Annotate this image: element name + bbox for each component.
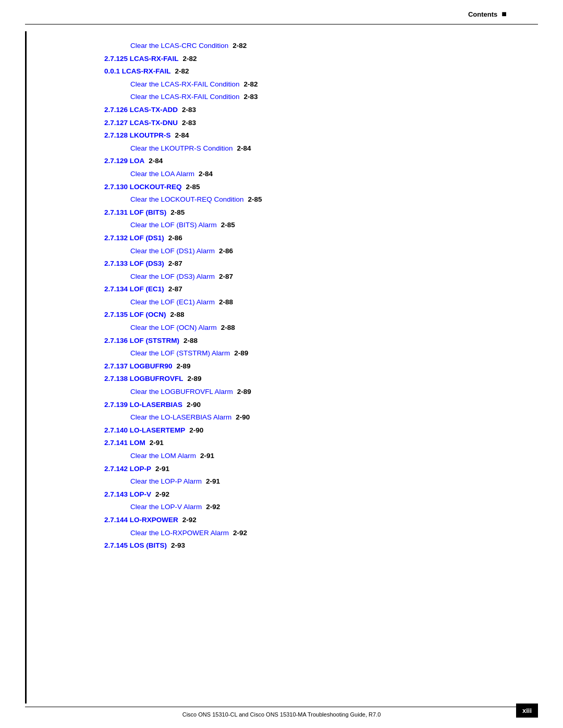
toc-page-number: 2-82 [244, 79, 258, 90]
toc-page-number: 2-89 [237, 386, 251, 398]
list-item: 2.7.136 LOF (STSTRM)2-88 [104, 335, 521, 347]
toc-page-number: 2-90 [189, 425, 203, 436]
toc-page-number: 2-90 [187, 399, 201, 411]
toc-link[interactable]: 2.7.125 LCAS-RX-FAIL [104, 53, 179, 65]
toc-link[interactable]: 2.7.144 LO-RXPOWER [104, 514, 178, 526]
toc-page-number: 2-89 [177, 361, 191, 372]
toc-link[interactable]: Clear the LOF (DS1) Alarm [130, 245, 215, 257]
list-item: 2.7.143 LOP-V2-92 [104, 489, 521, 500]
toc-page-number: 2-91 [155, 463, 169, 475]
toc-link[interactable]: Clear the LCAS-RX-FAIL Condition [130, 79, 240, 90]
list-item: Clear the LCAS-RX-FAIL Condition2-82 [104, 79, 521, 90]
toc-link[interactable]: Clear the LOM Alarm [130, 450, 196, 462]
toc-page-number: 2-82 [183, 53, 197, 65]
toc-page-number: 2-88 [183, 335, 198, 347]
list-item: 2.7.138 LOGBUFROVFL2-89 [104, 373, 521, 385]
toc-page-number: 2-93 [171, 540, 185, 551]
toc-page-number: 2-85 [248, 194, 262, 205]
toc-page-number: 2-84 [175, 130, 189, 141]
toc-link[interactable]: Clear the LOF (STSTRM) Alarm [130, 348, 230, 359]
footer-text: Cisco ONS 15310-CL and Cisco ONS 15310-M… [182, 711, 381, 718]
list-item: 2.7.137 LOGBUFR902-89 [104, 361, 521, 372]
toc-link[interactable]: Clear the LOCKOUT-REQ Condition [130, 194, 244, 205]
toc-page-number: 2-88 [219, 297, 233, 308]
toc-link[interactable]: 2.7.128 LKOUTPR-S [104, 130, 171, 141]
list-item: 2.7.131 LOF (BITS)2-85 [104, 207, 521, 218]
list-item: 2.7.141 LOM2-91 [104, 437, 521, 449]
toc-link[interactable]: 2.7.132 LOF (DS1) [104, 232, 164, 244]
list-item: Clear the LOA Alarm2-84 [104, 168, 521, 180]
toc-link[interactable]: Clear the LOGBUFROVFL Alarm [130, 386, 233, 398]
toc-link[interactable]: Clear the LO-LASERBIAS Alarm [130, 412, 231, 423]
list-item: 2.7.130 LOCKOUT-REQ2-85 [104, 181, 521, 193]
toc-page-number: 2-85 [221, 219, 235, 231]
toc-link[interactable]: 2.7.129 LOA [104, 155, 144, 167]
list-item: 2.7.133 LOF (DS3)2-87 [104, 258, 521, 269]
toc-page-number: 2-83 [182, 104, 196, 116]
page-number-box: xiii [516, 704, 538, 718]
toc-page-number: 2-91 [150, 437, 164, 449]
toc-link[interactable]: Clear the LCAS-CRC Condition [130, 40, 228, 52]
toc-link[interactable]: 2.7.140 LO-LASERTEMP [104, 425, 185, 436]
toc-link[interactable]: Clear the LOF (DS3) Alarm [130, 271, 215, 282]
toc-link[interactable]: Clear the LOF (BITS) Alarm [130, 219, 217, 231]
toc-page-number: 2-86 [219, 245, 233, 257]
toc-link[interactable]: 2.7.139 LO-LASERBIAS [104, 399, 182, 411]
toc-link[interactable]: Clear the LOP-V Alarm [130, 501, 202, 513]
list-item: 2.7.128 LKOUTPR-S2-84 [104, 130, 521, 141]
toc-page-number: 2-86 [168, 232, 182, 244]
list-item: Clear the LOF (BITS) Alarm2-85 [104, 219, 521, 231]
list-item: Clear the LOF (EC1) Alarm2-88 [104, 297, 521, 308]
list-item: Clear the LO-RXPOWER Alarm2-92 [104, 527, 521, 539]
toc-page-number: 2-87 [168, 258, 182, 269]
toc-page-number: 2-83 [182, 117, 196, 129]
list-item: 2.7.127 LCAS-TX-DNU2-83 [104, 117, 521, 129]
list-item: 2.7.135 LOF (OCN)2-88 [104, 309, 521, 320]
toc-page-number: 2-90 [236, 412, 250, 423]
toc-link[interactable]: Clear the LO-RXPOWER Alarm [130, 527, 229, 539]
toc-link[interactable]: 2.7.135 LOF (OCN) [104, 309, 166, 320]
list-item: Clear the LOF (DS1) Alarm2-86 [104, 245, 521, 257]
list-item: 2.7.145 LOS (BITS)2-93 [104, 540, 521, 551]
toc-link[interactable]: 2.7.134 LOF (EC1) [104, 283, 164, 295]
list-item: 2.7.144 LO-RXPOWER2-92 [104, 514, 521, 526]
toc-link[interactable]: 2.7.143 LOP-V [104, 489, 151, 500]
list-item: 2.7.129 LOA2-84 [104, 155, 521, 167]
list-item: 0.0.1 LCAS-RX-FAIL2-82 [104, 66, 521, 77]
toc-link[interactable]: Clear the LOF (OCN) Alarm [130, 322, 217, 334]
toc-link[interactable]: 2.7.138 LOGBUFROVFL [104, 373, 183, 385]
toc-link[interactable]: 0.0.1 LCAS-RX-FAIL [104, 66, 171, 77]
toc-page-number: 2-92 [233, 527, 247, 539]
toc-link[interactable]: 2.7.126 LCAS-TX-ADD [104, 104, 178, 116]
list-item: 2.7.125 LCAS-RX-FAIL2-82 [104, 53, 521, 65]
toc-link[interactable]: 2.7.127 LCAS-TX-DNU [104, 117, 178, 129]
toc-page-number: 2-88 [221, 322, 235, 334]
toc-link[interactable]: 2.7.133 LOF (DS3) [104, 258, 164, 269]
toc-link[interactable]: 2.7.131 LOF (BITS) [104, 207, 166, 218]
toc-link[interactable]: Clear the LCAS-RX-FAIL Condition [130, 91, 240, 103]
toc-link[interactable]: 2.7.145 LOS (BITS) [104, 540, 167, 551]
toc-page-number: 2-92 [182, 514, 197, 526]
list-item: 2.7.142 LOP-P2-91 [104, 463, 521, 475]
toc-link[interactable]: 2.7.137 LOGBUFR90 [104, 361, 173, 372]
toc-page-number: 2-85 [170, 207, 185, 218]
header-contents: Contents ■ [468, 9, 507, 19]
toc-link[interactable]: Clear the LOF (EC1) Alarm [130, 297, 215, 308]
toc-page-number: 2-82 [175, 66, 189, 77]
toc-page-number: 2-84 [237, 143, 251, 154]
toc-link[interactable]: Clear the LKOUTPR-S Condition [130, 143, 233, 154]
toc-page-number: 2-88 [170, 309, 185, 320]
list-item: Clear the LCAS-CRC Condition2-82 [104, 40, 521, 52]
toc-link[interactable]: Clear the LOA Alarm [130, 168, 194, 180]
list-item: Clear the LCAS-RX-FAIL Condition2-83 [104, 91, 521, 103]
toc-link[interactable]: 2.7.130 LOCKOUT-REQ [104, 181, 182, 193]
list-item: 2.7.139 LO-LASERBIAS2-90 [104, 399, 521, 411]
toc-page-number: 2-83 [244, 91, 258, 103]
header-title: Contents [468, 10, 497, 18]
toc-link[interactable]: 2.7.141 LOM [104, 437, 145, 449]
toc-link[interactable]: 2.7.142 LOP-P [104, 463, 151, 475]
list-item: Clear the LKOUTPR-S Condition2-84 [104, 143, 521, 154]
toc-link[interactable]: 2.7.136 LOF (STSTRM) [104, 335, 179, 347]
toc-link[interactable]: Clear the LOP-P Alarm [130, 476, 202, 487]
page: Contents ■ Clear the LCAS-CRC Condition2… [0, 0, 563, 728]
